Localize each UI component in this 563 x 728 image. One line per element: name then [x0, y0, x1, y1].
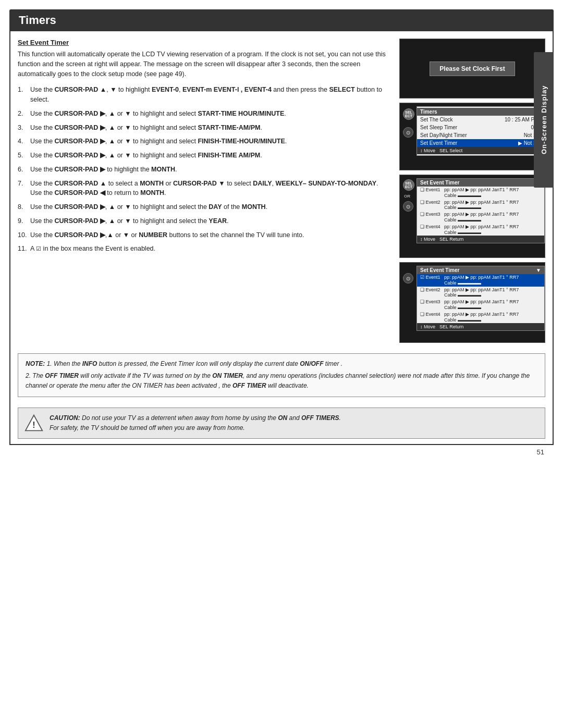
steps-list: 1. Use the CURSOR-PAD ▲, ▼ to highlight … [18, 85, 387, 254]
step-11: 11. A ☑ in the box means the Event is en… [18, 244, 387, 254]
section-heading: Set Event Timer [18, 39, 387, 46]
step-4: 4. Use the CURSOR-PAD ▶, ▲ or ▼ to highl… [18, 137, 387, 146]
step-9: 9. Use the CURSOR-PAD ▶, ▲ or ▼ to highl… [18, 216, 387, 226]
select-button-icon-3: SELECT [403, 179, 414, 191]
screenshot-4: ⊙ Set Event Timer ▼ ☑ Event1 pp: ppAM ▶ … [399, 262, 545, 343]
intro-text: This function will automatically operate… [18, 50, 387, 79]
nav-button-icon-4: ⊙ [403, 273, 413, 283]
nav-button-icon-2: ⊙ [403, 127, 413, 138]
screenshots-column: Please Set Clock First SELECT ⊙ Timers ▼… [399, 39, 545, 343]
step-5: 5. Use the CURSOR-PAD ▶, ▲ or ▼ to highl… [18, 151, 387, 161]
step-7: 7. Use the CURSOR-PAD ▲ to select a MONT… [18, 179, 387, 199]
main-content: Set Event Timer This function will autom… [9, 31, 554, 445]
screenshot-2: SELECT ⊙ Timers ▼ Set The Clock 10 : 25 … [399, 103, 545, 170]
title-bar: Timers [9, 9, 554, 31]
nav-button-icon-3: ⊙ [403, 201, 413, 212]
screenshot-1: Please Set Clock First [399, 39, 545, 98]
top-section: Set Event Timer This function will autom… [10, 31, 553, 348]
step-8: 8. Use the CURSOR-PAD ▶, ▲ or ▼ to highl… [18, 202, 387, 212]
note-section: NOTE: 1. When the INFO button is pressed… [18, 353, 545, 397]
step-1: 1. Use the CURSOR-PAD ▲, ▼ to highlight … [18, 85, 387, 105]
page-title: Timers [19, 14, 544, 27]
svg-text:!: ! [32, 420, 35, 429]
screenshot-3: SELECT OR ⊙ Set Event Timer ▼ ❑ Event1 p… [399, 175, 545, 258]
select-button-icon: SELECT [403, 108, 414, 120]
page-number: 51 [0, 445, 554, 461]
text-column: Set Event Timer This function will autom… [18, 39, 392, 343]
caution-icon: ! [25, 414, 43, 433]
please-set-clock-label: Please Set Clock First [430, 61, 515, 76]
or-label: OR [404, 194, 410, 199]
step-6: 6. Use the CURSOR-PAD ▶ to highlight the… [18, 165, 387, 175]
osd-sidebar: On-Screen Display [534, 52, 554, 188]
step-10: 10. Use the CURSOR-PAD ▶,▲ or ▼ or NUMBE… [18, 230, 387, 240]
step-2: 2. Use the CURSOR-PAD ▶, ▲ or ▼ to highl… [18, 109, 387, 119]
caution-section: ! CAUTION: Do not use your TV as a deter… [18, 408, 545, 439]
step-3: 3. Use the CURSOR-PAD ▶, ▲ or ▼ to highl… [18, 123, 387, 133]
